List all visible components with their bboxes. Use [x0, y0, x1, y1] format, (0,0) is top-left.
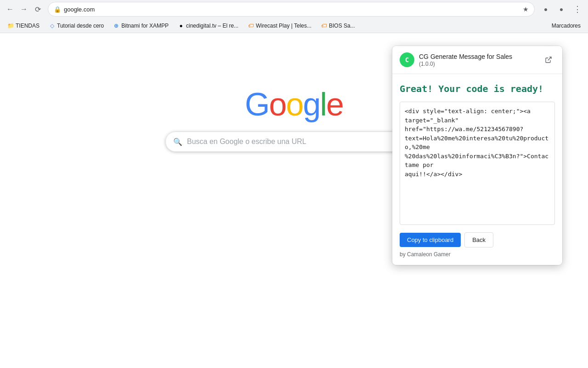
google-area: Google 🔍 Busca en Google o escribe una U…: [165, 88, 423, 152]
popup-footer: by Camaleon Gamer: [400, 251, 555, 258]
extension-info: CG Generate Message for Sales (1.0.0): [419, 52, 537, 67]
toolbar: ← → ⟳ 🔒 google.com ★ ● ● ⋮: [0, 0, 588, 18]
toolbar-icons: ● ● ⋮: [538, 2, 584, 17]
bookmark-tutorial-label: Tutorial desde cero: [57, 23, 104, 29]
open-extension-button[interactable]: [542, 53, 555, 66]
reload-button[interactable]: ⟳: [31, 3, 44, 16]
main-content: Google 🔍 Busca en Google o escribe una U…: [0, 33, 588, 368]
back-button-popup[interactable]: Back: [464, 232, 493, 247]
diamond-icon: ◇: [49, 23, 55, 29]
star-icon: ★: [523, 6, 529, 13]
logo-o2: o: [286, 86, 303, 122]
external-link-icon: [545, 56, 552, 63]
logo-g: G: [245, 86, 269, 122]
back-button[interactable]: ←: [4, 3, 17, 16]
logo-e: e: [326, 86, 343, 122]
folder-icon: 📁: [7, 23, 14, 29]
bookmark-tutorial[interactable]: ◇ Tutorial desde cero: [45, 20, 107, 31]
extension-version: (1.0.0): [419, 61, 537, 67]
popup-body: Great! Your code is ready! <div style="t…: [392, 74, 562, 265]
bookmark-bios-label: BIOS Sa...: [329, 23, 355, 29]
bookmark-tiendas-label: TIENDAS: [16, 23, 40, 29]
wirecast-icon: 🏷: [248, 23, 254, 29]
bookmark-wirecast[interactable]: 🏷 Wirecast Play | Teles...: [244, 20, 315, 31]
bookmark-bitnami[interactable]: ⊕ Bitnami for XAMPP: [109, 20, 172, 31]
profile-button[interactable]: ●: [554, 2, 569, 17]
extension-icon: C: [400, 52, 414, 67]
nav-buttons: ← → ⟳: [4, 3, 44, 16]
bookmark-cinedigital[interactable]: ● cinedigital.tv – El re...: [174, 20, 242, 31]
logo-l: l: [320, 86, 326, 122]
bios-icon: 🏷: [321, 23, 327, 29]
extension-popup: C CG Generate Message for Sales (1.0.0) …: [392, 46, 562, 265]
search-bar[interactable]: 🔍 Busca en Google o escribe una URL 🎤: [165, 132, 423, 152]
address-text: google.com: [64, 6, 520, 13]
extension-name: CG Generate Message for Sales: [419, 52, 537, 61]
circle-icon: ●: [178, 23, 184, 29]
popup-buttons: Copy to clipboard Back: [400, 232, 555, 247]
bookmark-marcadores-label: Marcadores: [552, 23, 581, 29]
code-output[interactable]: <div style="text-align: center;"><a targ…: [400, 102, 555, 225]
google-logo: Google: [245, 88, 343, 121]
extensions-button[interactable]: ●: [538, 2, 553, 17]
logo-g2: g: [303, 86, 320, 122]
bitnami-icon: ⊕: [113, 23, 119, 29]
search-placeholder: Busca en Google o escribe una URL: [187, 138, 400, 146]
lock-icon: 🔒: [54, 6, 61, 13]
logo-o1: o: [269, 86, 286, 122]
bookmark-marcadores[interactable]: Marcadores: [548, 20, 584, 31]
bookmark-bios[interactable]: 🏷 BIOS Sa...: [317, 20, 359, 31]
svg-line-0: [548, 57, 551, 60]
popup-header: C CG Generate Message for Sales (1.0.0): [392, 46, 562, 74]
search-icon: 🔍: [173, 138, 182, 146]
address-bar[interactable]: 🔒 google.com ★: [48, 2, 535, 17]
forward-button[interactable]: →: [17, 3, 30, 16]
extension-icon-letter: C: [405, 56, 409, 63]
copy-to-clipboard-button[interactable]: Copy to clipboard: [400, 233, 461, 247]
popup-title: Great! Your code is ready!: [400, 83, 555, 94]
bookmark-wirecast-label: Wirecast Play | Teles...: [256, 23, 311, 29]
bookmark-tiendas[interactable]: 📁 TIENDAS: [4, 20, 43, 31]
bookmark-bitnami-label: Bitnami for XAMPP: [121, 23, 169, 29]
bookmarks-bar: 📁 TIENDAS ◇ Tutorial desde cero ⊕ Bitnam…: [0, 18, 588, 33]
bookmark-cinedigital-label: cinedigital.tv – El re...: [186, 23, 238, 29]
more-button[interactable]: ⋮: [570, 2, 584, 17]
browser-chrome: ← → ⟳ 🔒 google.com ★ ● ● ⋮ 📁 TIENDAS ◇ T…: [0, 0, 588, 33]
